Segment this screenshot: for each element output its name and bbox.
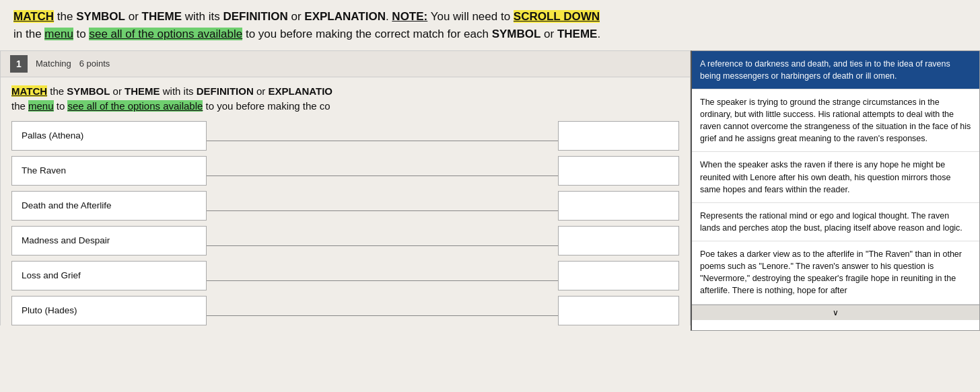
- see-all-highlight: see all of the options available: [89, 28, 242, 40]
- sub-definition: DEFINITION: [197, 85, 254, 97]
- match-line-death: [207, 210, 558, 211]
- match-label-raven: The Raven: [11, 156, 207, 186]
- inst-text2: or: [125, 10, 142, 23]
- question-number-box: 1: [10, 55, 28, 73]
- match-line-loss: [207, 280, 558, 281]
- explanation-bold: EXPLANATION: [304, 10, 386, 23]
- inst-text11: .: [597, 28, 600, 40]
- match-label-loss: Loss and Grief: [11, 261, 207, 290]
- match-line-madness: [207, 245, 558, 246]
- match-answer-loss[interactable]: [558, 261, 679, 290]
- match-row: Madness and Despair: [11, 226, 679, 256]
- sub-explanation: EXPLANATIO: [268, 85, 332, 97]
- match-line-raven: [207, 175, 558, 176]
- sub-theme: THEME: [125, 85, 160, 97]
- match-line-pallas: [207, 141, 558, 141]
- option-text-3: When the speaker asks the raven if there…: [700, 160, 950, 194]
- match-row: Pluto (Hades): [11, 296, 679, 325]
- option-text-2: The speaker is trying to ground the stra…: [700, 97, 971, 143]
- option-text-1: A reference to darkness and death, and t…: [700, 59, 950, 81]
- match-answer-death[interactable]: [558, 191, 679, 221]
- theme2-bold: THEME: [557, 28, 598, 40]
- inst-text7: in the: [13, 28, 44, 40]
- match-label-death: Death and the Afterlife: [11, 191, 207, 221]
- symbol2-bold: SYMBOL: [492, 28, 541, 40]
- sub-menu: menu: [28, 100, 54, 112]
- match-label-pallas: Pallas (Athena): [11, 121, 207, 151]
- dropdown-option-5[interactable]: Poe takes a darker view as to the afterl…: [692, 241, 979, 305]
- sub-see-all: see all of the options available: [67, 100, 203, 112]
- inst-text6: You will need to: [427, 10, 514, 23]
- option-text-4: Represents the rational mind or ego and …: [700, 211, 963, 233]
- match-label-madness: Madness and Despair: [11, 226, 207, 256]
- dropdown-option-1[interactable]: A reference to darkness and death, and t…: [692, 51, 979, 89]
- match-row: Loss and Grief: [11, 261, 679, 290]
- match-answer-pluto[interactable]: [558, 296, 679, 325]
- page-wrapper: MATCH the SYMBOL or THEME with its DEFIN…: [0, 0, 980, 392]
- option-text-5: Poe takes a darker view as to the afterl…: [700, 249, 962, 295]
- match-answer-madness[interactable]: [558, 226, 679, 256]
- dropdown-option-2[interactable]: The speaker is trying to ground the stra…: [692, 89, 979, 153]
- match-label-pluto: Pluto (Hades): [11, 296, 207, 325]
- match-row: Pallas (Athena): [11, 121, 679, 151]
- main-content: 1 Matching 6 points MATCH the SYMBOL or …: [0, 50, 980, 331]
- menu-highlight: menu: [44, 28, 73, 40]
- definition-bold: DEFINITION: [223, 10, 287, 23]
- question-type: Matching: [36, 58, 71, 69]
- question-header: 1 Matching 6 points: [0, 50, 691, 77]
- inst-text10: or: [540, 28, 557, 40]
- sub-match-highlight: MATCH: [11, 85, 47, 97]
- right-panel[interactable]: A reference to darkness and death, and t…: [691, 50, 980, 331]
- sub-instruction: MATCH the SYMBOL or THEME with its DEFIN…: [0, 77, 691, 118]
- match-row: The Raven: [11, 156, 679, 186]
- match-answer-pallas[interactable]: [558, 121, 679, 151]
- dropdown-option-4[interactable]: Represents the rational mind or ego and …: [692, 203, 979, 241]
- inst-text1: the: [54, 10, 76, 23]
- match-row: Death and the Afterlife: [11, 191, 679, 221]
- scroll-down-highlight: SCROLL DOWN: [514, 10, 600, 23]
- question-points: 6 points: [79, 58, 110, 69]
- match-highlight: MATCH: [13, 10, 54, 23]
- matching-items: Pallas (Athena) The Raven Death and the …: [0, 118, 691, 325]
- instruction-banner: MATCH the SYMBOL or THEME with its DEFIN…: [0, 0, 980, 50]
- left-panel: 1 Matching 6 points MATCH the SYMBOL or …: [0, 50, 691, 331]
- inst-text9: to you before making the correct match f…: [242, 28, 491, 40]
- inst-text3: with its: [182, 10, 223, 23]
- inst-text8: to: [73, 28, 90, 40]
- match-answer-raven[interactable]: [558, 156, 679, 186]
- sub-symbol: SYMBOL: [67, 85, 110, 97]
- dropdown-option-3[interactable]: When the speaker asks the raven if there…: [692, 152, 979, 202]
- theme-bold: THEME: [142, 10, 182, 23]
- symbol-bold: SYMBOL: [76, 10, 125, 23]
- match-line-pluto: [207, 315, 558, 316]
- note-label: NOTE:: [392, 10, 427, 23]
- scroll-down-arrow[interactable]: ∨: [692, 305, 979, 320]
- inst-text4: or: [288, 10, 305, 23]
- inst-text5: .: [386, 10, 392, 23]
